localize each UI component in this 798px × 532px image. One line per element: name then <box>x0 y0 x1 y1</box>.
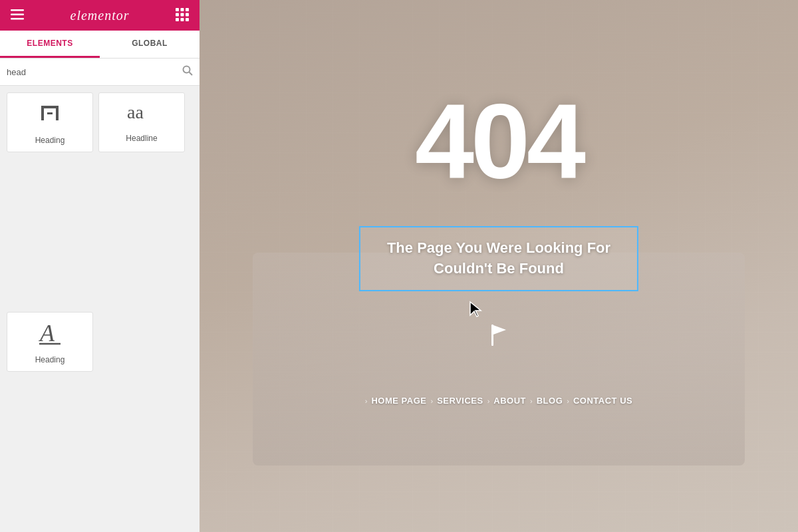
headline-aa-icon: aa <box>127 102 156 128</box>
nav-chevron-0: › <box>365 397 368 405</box>
nav-item-homepage[interactable]: HOME PAGE <box>371 396 426 406</box>
nav-chevron-4: › <box>567 397 569 405</box>
svg-text:A: A <box>39 320 55 345</box>
error-message-text: The Page You Were Looking For Couldn't B… <box>387 238 610 279</box>
svg-rect-5 <box>186 8 189 11</box>
elements-grid: Heading aa Headline A Heading <box>0 86 200 532</box>
svg-line-13 <box>190 72 193 76</box>
svg-point-12 <box>184 66 190 73</box>
svg-rect-17 <box>47 112 53 114</box>
svg-rect-16 <box>56 106 59 120</box>
svg-rect-3 <box>176 8 179 11</box>
menu-icon[interactable] <box>11 9 24 22</box>
element-card-headline-1[interactable]: aa Headline <box>98 92 185 152</box>
main-canvas: 404 The Page You Were Looking For Couldn… <box>200 0 798 532</box>
search-bar <box>0 59 200 86</box>
svg-rect-7 <box>180 13 184 16</box>
nav-menu: › HOME PAGE › SERVICES › ABOUT › BLOG › … <box>365 396 632 406</box>
nav-item-blog[interactable]: BLOG <box>537 396 563 406</box>
element-card-heading-2[interactable]: A Heading <box>7 312 93 372</box>
element-label-heading-2: Heading <box>35 355 65 364</box>
nav-item-about[interactable]: ABOUT <box>493 396 526 406</box>
svg-rect-0 <box>11 9 24 11</box>
svg-rect-11 <box>186 18 189 21</box>
sidebar: elementor ELEMENTS GLOBAL <box>0 0 200 532</box>
heading-t-icon <box>37 100 63 130</box>
flag-icon <box>489 325 509 350</box>
topbar: elementor <box>0 0 200 31</box>
svg-rect-6 <box>176 13 179 16</box>
svg-marker-21 <box>470 302 481 317</box>
elementor-logo: elementor <box>70 8 130 23</box>
svg-rect-2 <box>11 18 24 20</box>
svg-marker-23 <box>493 325 506 334</box>
error-code: 404 <box>415 80 583 202</box>
svg-rect-22 <box>491 325 493 346</box>
svg-rect-4 <box>180 8 184 11</box>
nav-chevron-1: › <box>430 397 433 405</box>
tab-global[interactable]: GLOBAL <box>100 31 200 58</box>
nav-chevron-3: › <box>530 397 533 405</box>
error-message-box: The Page You Were Looking For Couldn't B… <box>359 226 638 291</box>
svg-rect-10 <box>180 18 184 21</box>
error-line-1: The Page You Were Looking For <box>387 239 610 256</box>
svg-rect-1 <box>11 13 24 15</box>
nav-item-contact[interactable]: CONTACT US <box>573 396 632 406</box>
search-input[interactable] <box>7 67 182 77</box>
tabs-bar: ELEMENTS GLOBAL <box>0 31 200 59</box>
tab-elements[interactable]: ELEMENTS <box>0 31 100 58</box>
svg-rect-9 <box>176 18 179 21</box>
grid-icon[interactable] <box>176 8 189 23</box>
search-icon <box>182 65 193 78</box>
element-label-headline-1: Headline <box>126 134 157 143</box>
svg-text:aa: aa <box>127 102 144 122</box>
cursor-icon <box>469 301 482 317</box>
nav-chevron-2: › <box>487 397 490 405</box>
element-label-heading-1: Heading <box>35 136 65 145</box>
heading-a-italic-icon: A <box>38 319 62 350</box>
element-card-heading-1[interactable]: Heading <box>7 92 93 152</box>
svg-rect-8 <box>186 13 189 16</box>
error-line-2: Couldn't Be Found <box>434 260 564 277</box>
nav-item-services[interactable]: SERVICES <box>437 396 483 406</box>
